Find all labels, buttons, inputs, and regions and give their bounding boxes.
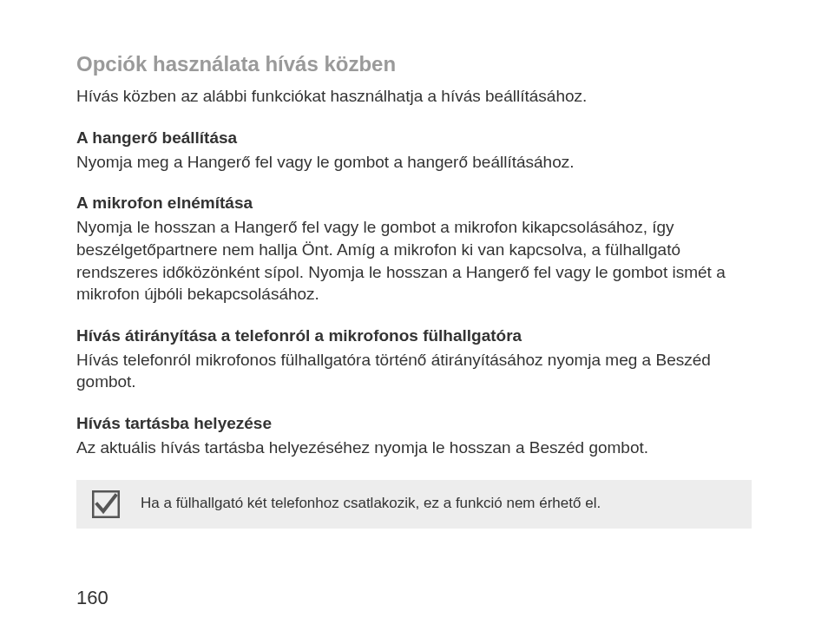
section-title-hold: Hívás tartásba helyezése <box>76 414 752 433</box>
check-icon <box>92 490 120 518</box>
section-body-mute: Nyomja le hosszan a Hangerő fel vagy le … <box>76 216 752 306</box>
section-title-mute: A mikrofon elnémítása <box>76 194 752 213</box>
section-body-volume: Nyomja meg a Hangerő fel vagy le gombot … <box>76 151 752 174</box>
page-number: 160 <box>76 587 108 609</box>
main-heading: Opciók használata hívás közben <box>76 52 752 76</box>
intro-text: Hívás közben az alábbi funkciókat haszná… <box>76 85 752 108</box>
section-body-transfer: Hívás telefonról mikrofonos fülhallgatór… <box>76 349 752 393</box>
note-box: Ha a fülhallgató két telefonhoz csatlako… <box>76 480 752 529</box>
section-body-hold: Az aktuális hívás tartásba helyezéséhez … <box>76 437 752 459</box>
document-page: Opciók használata hívás közben Hívás köz… <box>0 0 828 529</box>
section-title-transfer: Hívás átirányítása a telefonról a mikrof… <box>76 326 752 345</box>
note-text: Ha a fülhallgató két telefonhoz csatlako… <box>141 494 601 514</box>
section-title-volume: A hangerő beállítása <box>76 128 752 148</box>
